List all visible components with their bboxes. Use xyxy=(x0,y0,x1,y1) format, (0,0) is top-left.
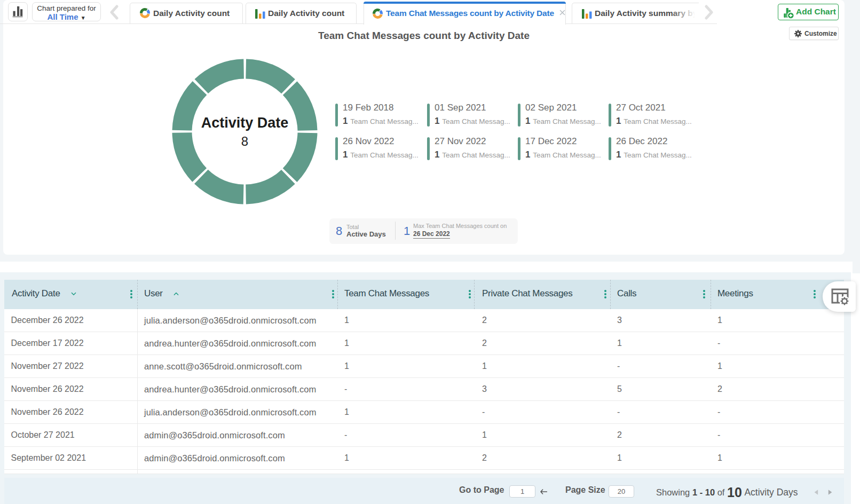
svg-text:8: 8 xyxy=(241,134,248,148)
svg-text:Activity Date: Activity Date xyxy=(201,115,289,131)
